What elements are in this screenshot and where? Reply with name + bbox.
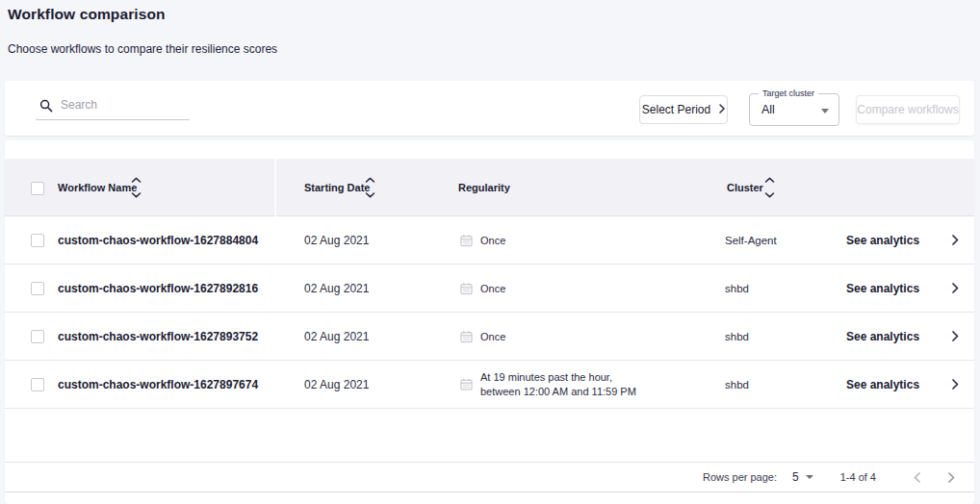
search-field [36, 91, 190, 120]
sort-descending-icon[interactable] [131, 191, 142, 198]
regularity-cell: Once [460, 234, 505, 246]
pagination-bar: Rows per page: 5 1-4 of 4 [5, 462, 974, 492]
table-row: custom-chaos-workflow-1627884804 02 Aug … [5, 216, 974, 265]
chevron-right-icon [952, 235, 959, 245]
workflow-table: Workflow Name Starting Date Regularity C… [5, 140, 974, 504]
regularity-text-line2: between 12:00 AM and 11:59 PM [480, 386, 636, 398]
select-period-button[interactable]: Select Period [639, 95, 728, 124]
sort-descending-icon[interactable] [764, 191, 775, 198]
regularity-text: Once [480, 282, 505, 294]
column-header-starting-date: Starting Date [304, 182, 370, 193]
see-analytics-label: See analytics [846, 282, 919, 295]
see-analytics-button[interactable]: See analytics [846, 330, 959, 343]
chevron-down-icon [806, 475, 813, 479]
cluster-name: shbd [725, 331, 749, 342]
column-divider [274, 159, 276, 216]
chevron-right-icon [948, 472, 955, 483]
row-checkbox[interactable] [31, 282, 44, 295]
sort-ascending-icon[interactable] [764, 176, 775, 183]
calendar-icon [460, 234, 473, 246]
sort-control-workflow-name [131, 176, 142, 198]
row-checkbox[interactable] [31, 330, 44, 343]
rows-per-page-select[interactable]: 5 [792, 470, 813, 484]
column-header-workflow-name: Workflow Name [58, 182, 137, 193]
see-analytics-label: See analytics [846, 378, 919, 391]
page-title: Workflow comparison [8, 6, 166, 23]
see-analytics-button[interactable]: See analytics [846, 234, 959, 247]
cluster-name: shbd [725, 379, 749, 391]
calendar-icon [460, 378, 473, 391]
next-page-button[interactable] [941, 467, 961, 487]
sort-descending-icon[interactable] [365, 191, 375, 198]
table-row: custom-chaos-workflow-1627897674 02 Aug … [5, 361, 974, 409]
sort-control-cluster [764, 176, 775, 198]
search-icon [39, 99, 53, 113]
cluster-name: shbd [725, 283, 749, 294]
starting-date: 02 Aug 2021 [304, 378, 369, 391]
starting-date: 02 Aug 2021 [304, 234, 369, 247]
select-all-checkbox[interactable] [31, 182, 44, 195]
search-input[interactable] [36, 91, 190, 120]
starting-date: 02 Aug 2021 [304, 330, 369, 343]
sort-control-starting-date [365, 176, 375, 198]
previous-page-button[interactable] [907, 467, 926, 487]
target-cluster-value: All [761, 103, 775, 116]
calendar-icon [460, 330, 473, 342]
chevron-right-icon [952, 283, 959, 293]
regularity-cell: At 19 minutes past the hour, between 12:… [460, 371, 636, 398]
starting-date: 02 Aug 2021 [304, 282, 369, 295]
chevron-down-icon [821, 109, 829, 113]
compare-workflows-button[interactable]: Compare workflows [856, 95, 960, 124]
table-row: custom-chaos-workflow-1627893752 02 Aug … [5, 313, 974, 361]
select-period-label: Select Period [642, 103, 710, 116]
chevron-left-icon [914, 472, 920, 483]
rows-per-page-value: 5 [792, 470, 799, 484]
regularity-cell: Once [460, 282, 505, 294]
row-checkbox[interactable] [31, 234, 44, 247]
see-analytics-label: See analytics [846, 234, 919, 247]
pagination-range: 1-4 of 4 [840, 471, 876, 483]
column-header-regularity: Regularity [458, 182, 510, 193]
regularity-cell: Once [460, 330, 505, 342]
table-header-row: Workflow Name Starting Date Regularity C… [5, 159, 974, 216]
workflow-name: custom-chaos-workflow-1627897674 [58, 378, 258, 391]
workflow-name: custom-chaos-workflow-1627884804 [58, 234, 258, 247]
sort-ascending-icon[interactable] [365, 176, 375, 183]
see-analytics-button[interactable]: See analytics [846, 378, 959, 391]
row-checkbox[interactable] [31, 378, 44, 391]
target-cluster-label: Target cluster [759, 88, 818, 98]
chevron-right-icon [952, 379, 959, 390]
target-cluster-select[interactable]: Target cluster All [749, 93, 839, 126]
workflow-name: custom-chaos-workflow-1627892816 [58, 282, 258, 295]
chevron-right-icon [952, 331, 959, 341]
regularity-text: Once [480, 234, 505, 246]
chevron-right-icon [719, 103, 725, 116]
sort-ascending-icon[interactable] [131, 176, 142, 183]
page-subtitle: Choose workflows to compare their resili… [8, 42, 277, 56]
see-analytics-button[interactable]: See analytics [846, 282, 959, 295]
table-row: custom-chaos-workflow-1627892816 02 Aug … [5, 265, 974, 313]
see-analytics-label: See analytics [846, 330, 919, 343]
column-header-cluster: Cluster [727, 182, 763, 193]
regularity-text: Once [480, 330, 505, 342]
workflow-name: custom-chaos-workflow-1627893752 [58, 330, 258, 343]
regularity-text: At 19 minutes past the hour, [480, 371, 636, 384]
rows-per-page-label: Rows per page: [703, 471, 777, 483]
calendar-icon [460, 282, 473, 294]
toolbar: Select Period Target cluster All Compare… [5, 81, 974, 136]
cluster-name: Self-Agent [725, 235, 777, 246]
